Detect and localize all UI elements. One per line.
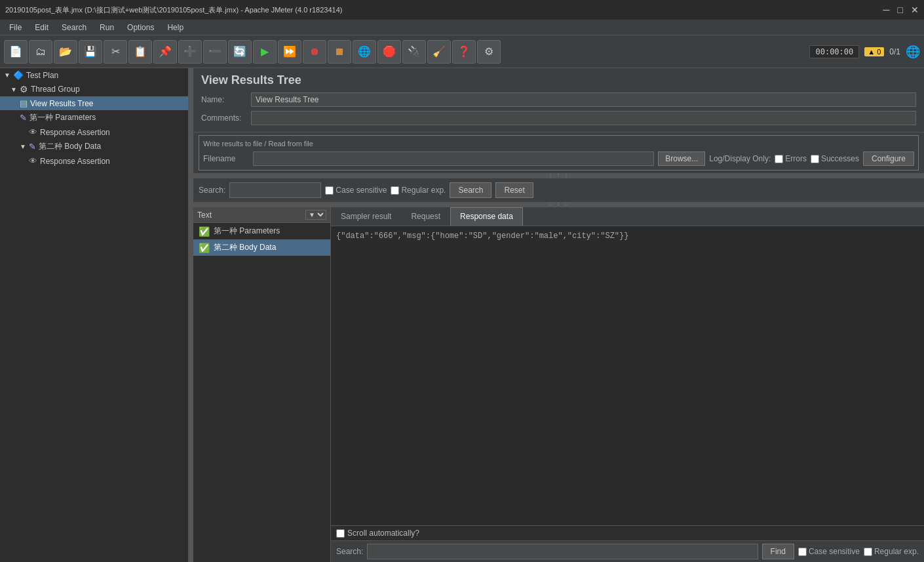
toolbar-new[interactable]: 📄	[4, 40, 28, 64]
toolbar-remote-shutdown[interactable]: 🔌	[402, 40, 426, 64]
sidebar-item-label: View Results Tree	[30, 99, 94, 108]
filename-label: Filename	[203, 154, 249, 163]
split-handle-top[interactable]	[193, 173, 924, 178]
tab-request[interactable]: Request	[401, 207, 450, 226]
left-panel: ▼ 🔷 Test Plan ▼ ⚙ Thread Group ▤ View Re…	[0, 68, 190, 562]
sidebar-item-assertion1-label: Response Assertion	[40, 128, 110, 137]
minimize-button[interactable]: ─	[883, 5, 890, 15]
toolbar-collapse[interactable]: ➖	[203, 40, 227, 64]
sidebar-item-assertion2-label: Response Assertion	[40, 157, 110, 166]
main-layout: ▼ 🔷 Test Plan ▼ ⚙ Thread Group ▤ View Re…	[0, 68, 924, 562]
successes-checkbox-label[interactable]: Successes	[811, 154, 859, 163]
bottom-regular-exp[interactable]: Regular exp.	[864, 547, 919, 556]
search-label: Search:	[199, 186, 225, 195]
section-title: Write results to file / Read from file	[203, 140, 914, 148]
toolbar-open[interactable]: 📂	[54, 40, 77, 64]
reset-button[interactable]: Reset	[495, 182, 533, 198]
toolbar-templates[interactable]: 🗂	[29, 40, 52, 64]
gear-icon: ⚙	[20, 84, 28, 94]
tree-arrow-thread: ▼	[10, 86, 17, 93]
bottom-search-input[interactable]	[367, 544, 758, 559]
log-display-label: Log/Display Only:	[709, 154, 771, 163]
menu-edit[interactable]: Edit	[28, 22, 55, 33]
tab-sampler-result[interactable]: Sampler result	[331, 207, 401, 226]
menu-help[interactable]: Help	[161, 22, 190, 33]
bottom-regular-exp-checkbox[interactable]	[864, 548, 872, 556]
search-button[interactable]: Search	[450, 182, 491, 198]
tab-response-data[interactable]: Response data	[450, 207, 523, 226]
result-label-body: 第二种 Body Data	[214, 242, 276, 253]
toolbar-save[interactable]: 💾	[79, 40, 102, 64]
toolbar-remote-start[interactable]: 🌐	[353, 40, 376, 64]
sidebar-item-body[interactable]: ▼ ✎ 第二种 Body Data	[0, 139, 188, 154]
params-icon: ✎	[20, 113, 27, 123]
tree-item-thread-group[interactable]: ▼ ⚙ Thread Group	[0, 82, 188, 96]
maximize-button[interactable]: □	[898, 5, 903, 15]
result-item-params[interactable]: ✅ 第一种 Parameters	[193, 223, 330, 239]
close-button[interactable]: ✕	[911, 5, 919, 15]
regular-exp-label[interactable]: Regular exp.	[391, 186, 446, 195]
filename-input[interactable]	[253, 151, 654, 166]
case-sensitive-checkbox[interactable]	[325, 186, 334, 195]
globe-icon: 🌐	[906, 45, 920, 59]
scroll-auto-checkbox[interactable]	[336, 529, 345, 538]
menubar: File Edit Search Run Options Help	[0, 20, 924, 35]
toolbar-stop[interactable]: ⏺	[303, 40, 326, 64]
name-label: Name:	[201, 95, 247, 104]
tree-arrow-plan: ▼	[4, 71, 10, 79]
toolbar-toggle[interactable]: 🔄	[228, 40, 252, 64]
toolbar-cut[interactable]: ✂	[104, 40, 127, 64]
tabs-area: Sampler result Request Response data {"d…	[331, 207, 924, 562]
toolbar-start[interactable]: ▶	[253, 40, 277, 64]
titlebar-text: 20190105post_表单.jmx (D:\接口测试+web测试\20190…	[5, 5, 343, 15]
menu-search[interactable]: Search	[55, 22, 93, 33]
sidebar-item-assertion1[interactable]: 👁 Response Assertion	[0, 125, 188, 139]
panel-header: View Results Tree Name: Comments:	[193, 68, 924, 132]
find-button[interactable]: Find	[762, 544, 794, 559]
menu-options[interactable]: Options	[121, 22, 161, 33]
tree-item-test-plan[interactable]: ▼ 🔷 Test Plan	[0, 68, 188, 82]
scroll-auto-label: Scroll automatically?	[347, 529, 419, 538]
errors-checkbox[interactable]	[775, 155, 783, 163]
bottom-case-sensitive[interactable]: Case sensitive	[798, 547, 860, 556]
toolbar-copy[interactable]: 📋	[128, 40, 152, 64]
sidebar-item-params[interactable]: ✎ 第一种 Parameters	[0, 110, 188, 125]
menu-file[interactable]: File	[3, 22, 28, 33]
scroll-auto-row: Scroll automatically?	[331, 525, 924, 540]
name-input[interactable]	[251, 92, 916, 107]
menu-run[interactable]: Run	[93, 22, 121, 33]
toolbar-paste[interactable]: 📌	[153, 40, 177, 64]
browse-button[interactable]: Browse...	[658, 151, 705, 166]
tree-arrow-body: ▼	[20, 143, 26, 150]
warning-badge: ▲ 0	[864, 47, 884, 56]
regular-exp-checkbox[interactable]	[391, 186, 399, 195]
result-item-body[interactable]: ✅ 第二种 Body Data	[193, 239, 330, 256]
sidebar-item-view-results-tree[interactable]: ▤ View Results Tree	[0, 96, 188, 110]
result-icon-params: ✅	[199, 226, 210, 237]
split-handle-bottom[interactable]	[193, 202, 924, 207]
sidebar-item-assertion2[interactable]: 👁 Response Assertion	[0, 154, 188, 168]
case-sensitive-label[interactable]: Case sensitive	[325, 186, 387, 195]
write-results-section: Write results to file / Read from file F…	[199, 135, 919, 171]
comments-row: Comments:	[201, 111, 916, 125]
response-content: {"data":"666","msg":{"home":"SD","gender…	[336, 231, 628, 241]
search-bar: Search: Case sensitive Regular exp. Sear…	[193, 178, 924, 202]
toolbar-expand[interactable]: ➕	[178, 40, 202, 64]
toolbar-shutdown[interactable]: ⏹	[328, 40, 351, 64]
toolbar-remote-stop[interactable]: 🛑	[377, 40, 401, 64]
bottom-case-sensitive-checkbox[interactable]	[798, 548, 807, 556]
comments-input[interactable]	[251, 111, 916, 125]
comments-label: Comments:	[201, 113, 247, 123]
body-icon: ✎	[29, 142, 36, 151]
toolbar-function[interactable]: ⚙	[477, 40, 501, 64]
col-dropdown[interactable]: ▼	[305, 210, 326, 220]
toolbar-clear[interactable]: 🧹	[427, 40, 451, 64]
thread-count: 0/1	[889, 47, 900, 56]
search-input[interactable]	[229, 182, 321, 198]
configure-button[interactable]: Configure	[863, 151, 914, 166]
toolbar-start-nopauses[interactable]: ⏩	[278, 40, 301, 64]
errors-checkbox-label[interactable]: Errors	[775, 154, 807, 163]
panel-title: View Results Tree	[201, 73, 916, 87]
successes-checkbox[interactable]	[811, 155, 819, 163]
toolbar-help[interactable]: ❓	[452, 40, 476, 64]
